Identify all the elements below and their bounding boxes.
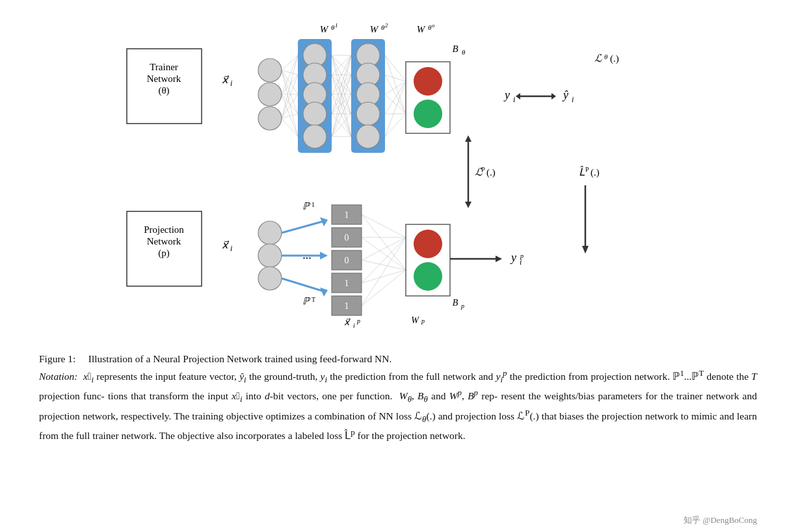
svg-point-26 — [356, 125, 380, 148]
svg-text:o: o — [432, 22, 435, 29]
svg-line-75 — [385, 55, 406, 81]
svg-text:W: W — [370, 24, 379, 34]
svg-marker-160 — [496, 256, 502, 262]
svg-line-78 — [385, 75, 406, 114]
svg-line-40 — [282, 55, 298, 94]
svg-line-152 — [362, 270, 406, 306]
caption-text: Illustration of a Neural Projection Netw… — [88, 353, 392, 364]
svg-line-38 — [282, 70, 298, 114]
svg-point-154 — [414, 230, 442, 258]
svg-text:x⃗: x⃗ — [344, 317, 351, 327]
svg-point-33 — [414, 67, 442, 96]
svg-text:y: y — [510, 251, 516, 264]
svg-line-143 — [362, 215, 406, 237]
svg-text:(θ): (θ) — [158, 85, 169, 96]
svg-marker-118 — [320, 252, 328, 259]
svg-text:0: 0 — [345, 256, 349, 265]
caption-paragraph: Figure 1: Illustration of a Neural Proje… — [39, 351, 757, 444]
svg-text:p: p — [520, 252, 524, 259]
svg-text:1: 1 — [345, 210, 349, 220]
svg-line-44 — [282, 94, 298, 137]
svg-text:(.): (.) — [610, 53, 619, 64]
svg-line-80 — [385, 94, 406, 114]
svg-line-151 — [362, 237, 406, 306]
svg-text:i: i — [230, 79, 232, 88]
svg-text:ℙ: ℙ — [302, 296, 311, 306]
svg-marker-120 — [320, 287, 328, 297]
svg-text:θ: θ — [462, 48, 466, 56]
svg-text:y: y — [503, 88, 510, 101]
svg-line-35 — [282, 55, 298, 70]
svg-line-39 — [282, 70, 298, 137]
svg-text:W: W — [320, 24, 329, 34]
svg-line-41 — [282, 75, 298, 94]
svg-line-37 — [282, 70, 298, 94]
svg-marker-88 — [516, 93, 520, 100]
svg-text:i: i — [230, 244, 232, 253]
svg-line-43 — [282, 94, 298, 114]
svg-text:B: B — [453, 298, 458, 308]
svg-line-49 — [282, 118, 298, 137]
svg-text:p: p — [356, 317, 360, 325]
svg-text:(p): (p) — [158, 248, 170, 259]
svg-text:1: 1 — [312, 201, 315, 208]
notation-body: x⃗i represents the input feature vector,… — [39, 371, 757, 441]
svg-text:W: W — [417, 24, 426, 34]
svg-text:T: T — [312, 296, 315, 303]
svg-text:...: ... — [302, 248, 312, 261]
svg-text:ℙ: ℙ — [302, 201, 311, 211]
diagram-area: Trainer Network (θ) x⃗ i W θ 1 W θ 2 — [0, 0, 796, 345]
svg-point-8 — [258, 107, 282, 130]
svg-line-76 — [385, 55, 406, 114]
svg-point-114 — [258, 267, 282, 290]
watermark: 知乎 @DengBoCong — [683, 514, 757, 527]
svg-text:B: B — [452, 44, 458, 54]
svg-line-147 — [362, 237, 406, 260]
svg-marker-89 — [551, 93, 556, 100]
svg-point-112 — [258, 221, 282, 245]
svg-text:i: i — [572, 95, 574, 104]
figure-label: Figure 1: — [39, 353, 75, 364]
svg-line-119 — [282, 278, 324, 291]
caption-area: Figure 1: Illustration of a Neural Proje… — [0, 345, 796, 450]
svg-text:x⃗: x⃗ — [222, 239, 230, 250]
svg-text:x⃗: x⃗ — [222, 74, 230, 85]
svg-marker-105 — [582, 246, 589, 254]
svg-text:ℒ: ℒ — [594, 53, 602, 64]
svg-text:i: i — [353, 322, 355, 329]
svg-line-45 — [282, 55, 298, 118]
svg-line-150 — [362, 270, 406, 283]
svg-point-16 — [303, 102, 326, 126]
svg-text:(.): (.) — [486, 167, 496, 178]
svg-text:Network: Network — [147, 236, 181, 246]
svg-text:Projection: Projection — [144, 224, 184, 235]
svg-text:1: 1 — [335, 22, 338, 29]
svg-line-84 — [385, 114, 406, 137]
svg-text:1: 1 — [345, 301, 349, 311]
svg-text:L̂: L̂ — [579, 166, 585, 178]
svg-text:1: 1 — [345, 278, 349, 288]
svg-text:W: W — [411, 315, 419, 325]
svg-marker-97 — [465, 135, 471, 142]
svg-text:θ: θ — [604, 53, 608, 60]
svg-text:2: 2 — [385, 22, 388, 29]
svg-text:ŷ: ŷ — [562, 88, 568, 101]
svg-text:i: i — [513, 95, 515, 104]
svg-point-34 — [414, 100, 442, 128]
svg-text:p: p — [460, 302, 464, 310]
svg-text:P: P — [481, 166, 485, 173]
svg-point-25 — [356, 102, 380, 126]
svg-line-47 — [282, 94, 298, 118]
svg-text:(.): (.) — [590, 167, 600, 178]
svg-marker-96 — [465, 202, 471, 208]
svg-point-7 — [258, 83, 282, 106]
svg-point-17 — [303, 125, 326, 148]
svg-point-155 — [414, 262, 442, 291]
svg-text:Trainer: Trainer — [150, 62, 178, 72]
notation-label: Notation: — [39, 371, 77, 382]
svg-line-79 — [385, 81, 406, 94]
svg-point-113 — [258, 244, 282, 267]
svg-text:P: P — [585, 166, 589, 173]
svg-point-6 — [258, 59, 282, 82]
svg-text:0: 0 — [345, 233, 349, 243]
